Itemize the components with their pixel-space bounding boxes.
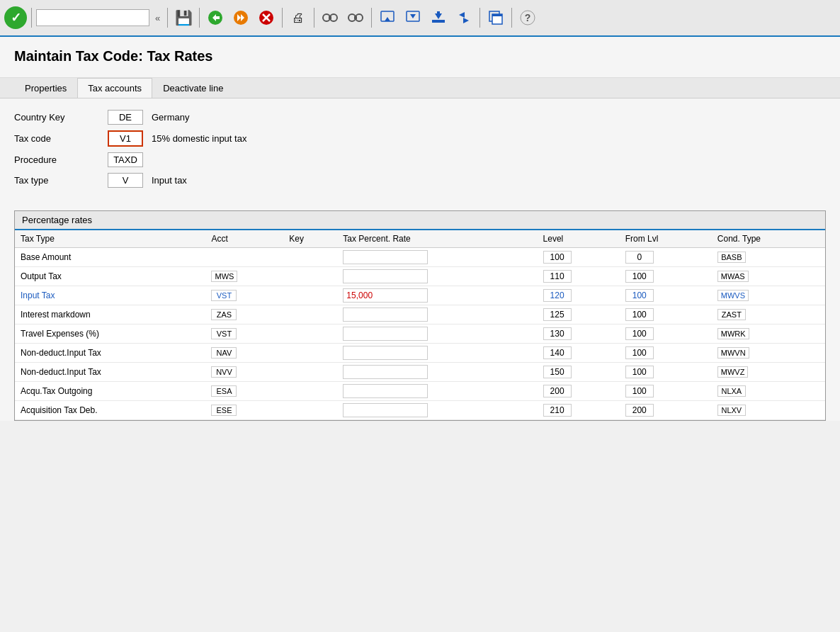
cell-key [283,286,337,305]
tax-type-label: Tax type [14,175,99,186]
cell-tax-type: Non-deduct.Input Tax [15,363,205,382]
tax-code-row: Tax code V1 15% domestic input tax [14,130,826,147]
level-value: 100 [543,251,572,264]
cell-tax-percent-rate[interactable] [337,363,537,382]
print-button[interactable]: 🖨 [287,6,310,29]
cancel-button[interactable] [255,6,278,29]
level-value: 130 [543,327,572,340]
separator-5 [314,8,314,28]
cell-level: 140 [538,344,620,363]
cell-tax-percent-rate[interactable] [337,401,537,420]
rate-input[interactable] [343,250,428,264]
cell-from-lvl: 100 [620,363,712,382]
col-key: Key [283,230,337,248]
rate-input[interactable] [343,365,428,379]
from-lvl-value: 100 [625,346,654,359]
separator-6 [371,8,372,28]
cell-acct: NVV [205,363,283,382]
cell-cond-type: ZAST [712,305,825,325]
download-icon [431,10,446,26]
import-icon [380,10,395,26]
find2-button[interactable] [344,6,367,29]
toolbar: ✓ « 💾 🖨 [0,0,840,37]
save-button[interactable]: 💾 [172,6,195,29]
cell-level: 150 [538,363,620,382]
col-tax-percent-rate: Tax Percent. Rate [337,230,537,248]
cell-cond-type: NLXV [712,401,825,420]
col-level: Level [538,230,620,248]
cond-type-value: NLXA [717,385,746,397]
rates-table: Tax Type Acct Key Tax Percent. Rate Leve… [15,230,825,420]
country-key-value: DE [108,110,143,125]
tax-code-value[interactable]: V1 [108,130,143,147]
level-value: 200 [543,385,572,397]
cell-key [283,305,337,325]
cell-from-lvl: 100 [620,325,712,344]
cell-cond-type: MWVN [712,344,825,363]
svg-marker-14 [410,14,416,18]
from-lvl-value: 0 [625,251,654,264]
binoculars2-icon [347,11,364,25]
section-header: Percentage rates [15,211,825,230]
cell-from-lvl: 0 [620,248,712,267]
cell-acct: VST [205,286,283,305]
transfer-icon [456,10,472,26]
back-button[interactable] [204,6,227,29]
binoculars-icon [322,11,339,25]
tab-tax-accounts[interactable]: Tax accounts [77,78,152,98]
import-button[interactable] [376,6,399,29]
cell-cond-type: MWAS [712,267,825,286]
form-section: Country Key DE Germany Tax code V1 15% d… [0,98,840,205]
cell-level: 110 [538,267,620,286]
cell-tax-percent-rate[interactable] [337,267,537,286]
tab-properties[interactable]: Properties [14,78,77,98]
find-button[interactable] [319,6,341,29]
cell-tax-percent-rate[interactable] [337,248,537,267]
tax-type-link[interactable]: Input Tax [21,290,55,300]
rate-input[interactable] [343,288,428,303]
help-button[interactable]: ? [516,6,539,29]
cell-tax-percent-rate[interactable] [337,305,537,325]
cell-from-lvl: 200 [620,401,712,420]
rate-input[interactable] [343,403,428,417]
cell-acct: MWS [205,267,283,286]
cell-level: 125 [538,305,620,325]
nav-tabs: Properties Tax accounts Deactivate line [0,78,840,98]
double-arrow[interactable]: « [152,13,163,23]
command-input[interactable] [36,9,149,26]
rate-input[interactable] [343,346,428,360]
rate-input[interactable] [343,269,428,283]
rate-input[interactable] [343,307,428,322]
col-tax-type: Tax Type [15,230,205,248]
cell-cond-type: MWVZ [712,363,825,382]
check-button[interactable]: ✓ [4,6,27,29]
cell-level: 100 [538,248,620,267]
cell-level: 130 [538,325,620,344]
cell-tax-type: Base Amount [15,248,205,267]
transfer-button[interactable] [453,6,475,29]
export-button[interactable] [402,6,424,29]
col-cond-type: Cond. Type [712,230,825,248]
tax-type-text: Input tax [152,175,187,186]
cell-tax-percent-rate[interactable] [337,325,537,344]
tab-deactivate-line[interactable]: Deactivate line [152,78,234,98]
level-value: 120 [543,289,572,302]
cell-tax-percent-rate[interactable] [337,344,537,363]
download-button[interactable] [427,6,450,29]
cell-key [283,267,337,286]
forward-button[interactable] [229,6,252,29]
cell-tax-percent-rate[interactable] [337,286,537,305]
separator-7 [479,8,480,28]
acct-value: NAV [211,347,237,359]
cond-type-value: MWRK [717,328,749,339]
window-button[interactable] [484,6,507,29]
level-value: 210 [543,404,572,417]
country-key-text: Germany [152,112,189,123]
svg-marker-18 [459,12,465,18]
cell-tax-percent-rate[interactable] [337,382,537,401]
rate-input[interactable] [343,327,428,341]
from-lvl-value: 100 [625,289,654,302]
procedure-row: Procedure TAXD [14,152,826,167]
cell-acct: NAV [205,344,283,363]
rate-input[interactable] [343,384,428,398]
